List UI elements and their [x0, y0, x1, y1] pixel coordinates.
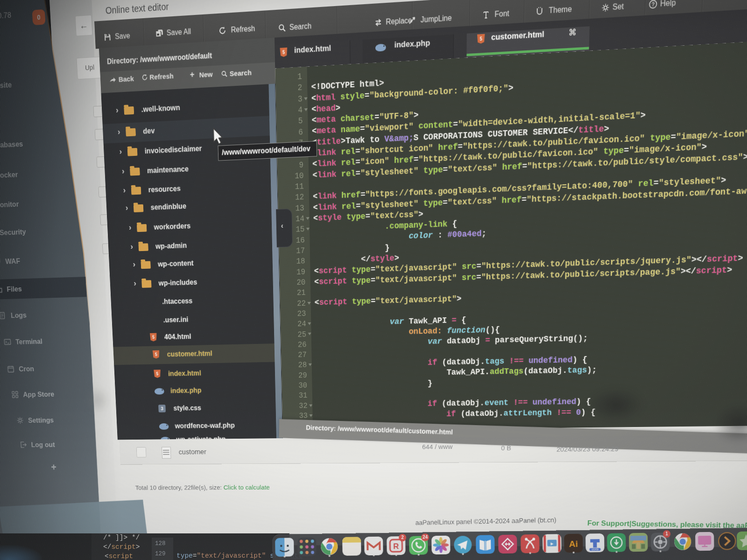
- svg-text:182458: 182458: [592, 548, 599, 551]
- svg-text:Ai: Ai: [569, 539, 578, 549]
- svg-text:▶: ▶: [550, 542, 554, 546]
- svg-text:R: R: [393, 542, 399, 551]
- svg-text:?: ?: [651, 1, 655, 7]
